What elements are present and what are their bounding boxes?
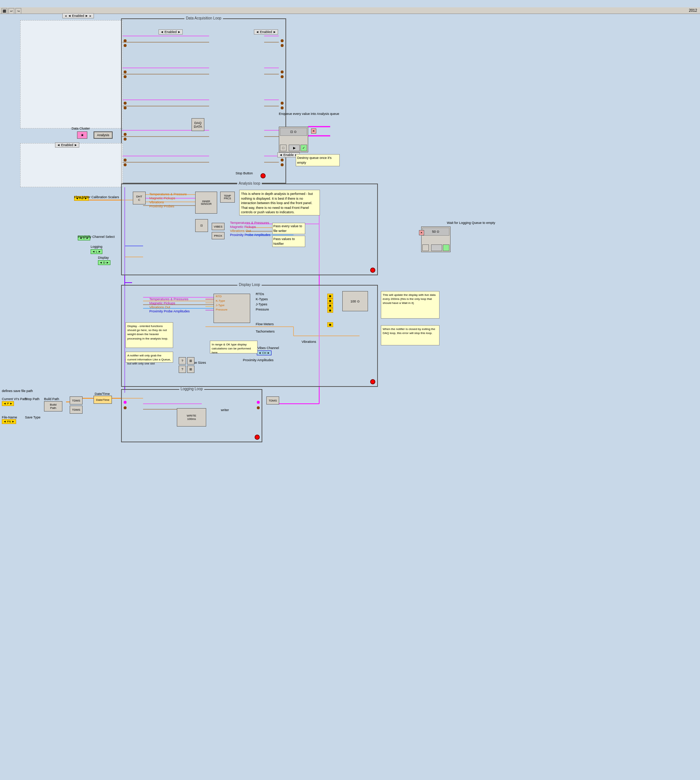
log-dot-r1 [257, 401, 260, 404]
analysis-stop[interactable] [370, 267, 375, 273]
toolbar-btn-3[interactable]: ↪ [15, 8, 21, 14]
out-magnetic-label: Magnetic Pickups [230, 225, 256, 229]
filename-badge: ◄ FN ► [2, 419, 16, 424]
ktype-badge: ▣ [327, 299, 333, 303]
analysis-play-btn[interactable] [431, 244, 442, 251]
out-proximity-label: Proximity Probe Amplitudes [230, 233, 270, 237]
tachometers-label: Tachometers [256, 330, 275, 333]
daq-play-btn[interactable]: ▶ [289, 145, 300, 151]
analysis-dhtc: DHTC [133, 192, 146, 204]
daq-dot-r3 [281, 70, 283, 73]
log-dot-r2 [257, 406, 260, 409]
pressure-right-label: Pressure [256, 307, 269, 311]
display-container: Display ◄ D ► [98, 256, 110, 265]
proximity-channel-label: Proximity Channel Select [78, 235, 115, 239]
analysis-x-btn[interactable]: ✕ [419, 230, 424, 235]
logging-stop[interactable] [255, 434, 260, 440]
vibes-channel-badge: ◄ CH ► [257, 351, 272, 355]
daq-dot-r1 [281, 39, 283, 42]
disp-proximity-label: Proximity Probe Amplitudes [149, 309, 190, 313]
save-type-label: Save Type [25, 416, 40, 419]
daq-dot-1 [123, 39, 127, 42]
analysis-inner-block: INNERSENSOR [195, 192, 217, 214]
display-badge: ◄ D ► [98, 260, 110, 265]
daq-enabled-1[interactable]: ◄ Enabled ► [158, 29, 183, 35]
rtd-inner-label: RTD [216, 295, 222, 298]
toolbar-btn-2[interactable]: ↩ [8, 8, 14, 14]
stop-path-label: Stop Path [25, 397, 40, 401]
daq-dot-5 [123, 102, 127, 105]
vibes-block: VIBES [212, 223, 225, 230]
destroy-comment: Destroy queue once it's empty [296, 154, 340, 166]
title-bar: ⬛ ↩ ↪ 2012 [0, 7, 700, 14]
data-cluster-icon: ▣ [77, 131, 87, 139]
notifier-comment-box: A notifier will only grab the current in… [125, 352, 173, 362]
daq-enabled-2[interactable]: ◄ Enabled ► [254, 29, 278, 35]
daq-dot-r4 [281, 75, 283, 78]
datetime-block: Date/Time [93, 396, 112, 404]
display-right-comment: This will update the display with live d… [381, 291, 440, 319]
daq-queue-btn[interactable]: □ [280, 145, 287, 151]
datetime-label: Date/Time [95, 392, 110, 396]
daq-queue-block: ⊡ ⊙ □ ▶ ✓ [279, 127, 308, 152]
main-canvas: ⬛ ↩ ↪ 2012 ◄ ◄ Enabled ► ► Data Acquisit… [0, 7, 700, 780]
analysis-proximity-label: Proximity Probes [149, 204, 174, 208]
display-stop[interactable] [370, 379, 375, 384]
flowmeter-badge: ▣ [327, 322, 333, 327]
log-dot-l1 [123, 401, 127, 404]
flow-meter-container: Flow Meter Calibration Scalars ◄ FM ► [74, 195, 89, 201]
rtd-block: RTD K-Type J-Type Pressure [213, 294, 250, 323]
pass-notifier-comment: Pass values to Notifier [272, 236, 305, 247]
daq-x-btn[interactable]: ✕ [311, 129, 316, 134]
display-wait-block: 100 ⊙ [342, 291, 368, 311]
logging-badge: ◄ L ► [91, 249, 102, 254]
temp-prcs-block: TEMPPRCS [220, 192, 235, 203]
flow-meter-label: Flow Meter Calibration Scalars [74, 195, 119, 199]
analysis-loop: Analysis loop DHTC Temperatures & Pressu… [121, 184, 378, 275]
logging-loop: Logging Loop WRITE100ms writer [121, 389, 262, 442]
proximity-display-label: Proximity Amplitudes [243, 358, 274, 362]
tdms-out-block: TDMS [267, 396, 279, 404]
stop-button-label: Stop Button [235, 171, 253, 175]
build-path-block: BuildPath [44, 401, 62, 411]
data-cluster-label: Data Cluster [72, 127, 90, 130]
tdms-block-1: TDMS [70, 396, 83, 404]
display-func-2: ? [179, 366, 186, 373]
logging-title: Logging Loop [179, 387, 204, 391]
in-range-comment: In range & OK type display calculations … [210, 341, 258, 354]
tdms-block-2: TDMS [70, 406, 83, 414]
vibes-channel-label: Vibes Channel [258, 346, 279, 350]
out-vibrations-label: Vibrations Out [230, 229, 251, 233]
sub-enabled-badge[interactable]: ◄ Enabled ► [55, 142, 79, 147]
daq-dot-9 [123, 159, 127, 162]
sub-panel-bottom [20, 143, 123, 187]
display-comment-box: Display - oriented functions should go h… [125, 322, 173, 348]
disp-vibrations-label: Vibrations Out [149, 306, 170, 309]
flow-meters-label: Flow Meters [256, 322, 274, 326]
rtds-right-label: RTDs [256, 292, 264, 296]
toolbar-btn-1[interactable]: ⬛ [2, 8, 7, 14]
daq-dot-7 [123, 133, 127, 136]
daq-dot-r10 [281, 163, 283, 166]
analysis-vibrations-label: Vibrations [149, 200, 164, 204]
daq-data-block: DAQDATA [192, 118, 204, 131]
toolbar: ⬛ ↩ ↪ [0, 7, 23, 15]
year-label: 2012 [689, 8, 697, 12]
stop-button[interactable] [260, 173, 266, 179]
ktypes-right-label: K-Types [256, 297, 268, 301]
logging-write-block: WRITE100ms [177, 408, 206, 426]
disp-magnetic-label: Magnetic Pickups [149, 301, 175, 305]
daq-dot-r6 [281, 107, 283, 109]
daq-dot-3 [123, 70, 127, 73]
jtype-badge: ▣ [327, 303, 333, 308]
jtypes-right-label: J-Types [256, 302, 267, 306]
pressure-inner-label: Pressure [216, 308, 227, 311]
daq-ok-btn: ✓ [300, 145, 307, 151]
display-label: Display [98, 256, 110, 259]
analysis-ok-btn [443, 244, 450, 251]
daq-title: Data Acquisition Loop [185, 16, 223, 20]
analysis-queue-btn[interactable] [422, 244, 429, 251]
analysis-output-block: ⊡ [195, 219, 208, 232]
display-loop: Display Loop Temperatures & Pressures Ma… [121, 285, 378, 387]
top-enabled-badge[interactable]: ◄ ◄ Enabled ► ► [62, 13, 94, 18]
